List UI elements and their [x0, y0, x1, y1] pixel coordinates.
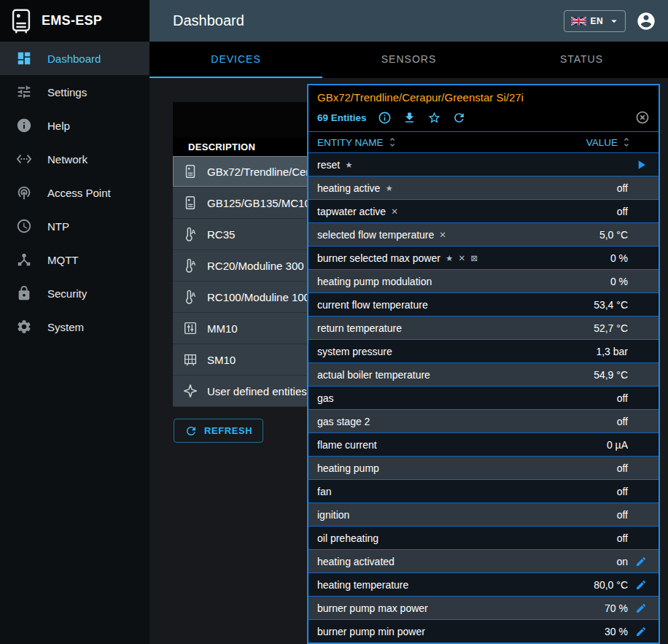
sidebar-item-access-point[interactable]: Access Point	[0, 176, 149, 209]
edit-icon[interactable]	[635, 602, 647, 614]
sidebar-item-settings[interactable]: Settings	[0, 75, 149, 109]
sidebar-item-ntp[interactable]: NTP	[0, 209, 149, 243]
entity-action-slot	[628, 556, 654, 567]
refresh-button[interactable]: REFRESH	[174, 419, 263, 443]
entity-row: tapwater active ✕ off	[308, 200, 659, 223]
tab-devices[interactable]: DEVICES	[149, 42, 322, 78]
entity-row: return temperature 52,7 °C	[308, 317, 659, 340]
entity-name: gas stage 2	[317, 416, 370, 427]
sidebar-item-system[interactable]: System	[0, 310, 149, 344]
entity-value: 54,9 °C	[594, 369, 628, 381]
entity-row: fan off	[308, 480, 659, 503]
boiler-logo-icon	[10, 9, 32, 34]
download-icon[interactable]	[403, 111, 416, 125]
entity-name: burner pump max power	[317, 602, 428, 614]
close-icon[interactable]	[635, 110, 650, 125]
entity-name: burner pump min power	[317, 626, 425, 637]
sort-value[interactable]: VALUE	[586, 136, 632, 148]
sort-icon	[387, 136, 398, 148]
entity-row-editable[interactable]: burner pump min power 30 %	[308, 620, 659, 643]
entity-value: 52,7 °C	[594, 322, 628, 334]
entity-row-editable[interactable]: heating temperature 80,0 °C	[308, 573, 659, 597]
sidebar-item-security[interactable]: Security	[0, 276, 149, 310]
sort-entity-name[interactable]: ENTITY NAME	[317, 136, 398, 148]
language-selector[interactable]: EN	[564, 10, 626, 32]
entity-name: burner selected max power	[317, 252, 440, 264]
account-button[interactable]	[636, 11, 656, 31]
value-column-label: VALUE	[586, 137, 618, 148]
entity-row: flame current 0 µA	[308, 433, 659, 457]
tune-icon	[16, 84, 32, 100]
entities-count: 69 Entities	[317, 112, 367, 123]
sidebar-item-network[interactable]: Network	[0, 142, 149, 176]
entity-action-slot	[628, 602, 654, 614]
app-window: EMS-ESP Dashboard Settings Help Network …	[0, 0, 668, 644]
entity-row: selected flow temperature ✕ 5,0 °C	[308, 223, 659, 247]
sidebar-item-label: System	[47, 321, 84, 333]
mixer-icon	[182, 320, 198, 336]
tab-sensors[interactable]: SENSORS	[322, 42, 495, 78]
gear-icon	[16, 319, 32, 335]
entity-action-slot	[628, 158, 654, 172]
entity-value: 0 %	[610, 252, 628, 264]
entity-row: system pressure 1,3 bar	[308, 340, 659, 363]
info-outline-icon[interactable]	[378, 111, 392, 125]
device-name: GBx72/Trendline/Cera	[207, 166, 316, 178]
clock-icon	[16, 218, 32, 234]
entity-flags: ✕	[439, 230, 448, 240]
refresh-icon[interactable]	[452, 111, 466, 125]
device-name: GB125/GB135/MC10	[207, 197, 311, 209]
entity-name: heating pump	[317, 462, 379, 474]
entity-flags: ★	[345, 160, 354, 170]
entity-name: heating active	[317, 182, 380, 194]
page-title: Dashboard	[173, 12, 244, 29]
sidebar-item-label: Settings	[47, 86, 87, 98]
ethernet-icon	[16, 151, 32, 167]
tab-label: STATUS	[560, 53, 603, 65]
app-logo-row: EMS-ESP	[0, 0, 149, 42]
entity-value: off	[617, 462, 628, 474]
sidebar-item-label: MQTT	[47, 254, 79, 266]
dialog-header: GBx72/Trendline/Cerapur/Greenstar Si/27i…	[308, 85, 659, 128]
edit-icon[interactable]	[635, 626, 647, 637]
edit-icon[interactable]	[635, 579, 647, 591]
language-label: EN	[591, 16, 603, 26]
entity-value: off	[617, 486, 628, 497]
top-bar: Dashboard EN	[149, 0, 668, 42]
uk-flag-icon	[571, 17, 586, 26]
entity-value: off	[617, 206, 628, 217]
entity-row-editable[interactable]: heating activated on	[308, 550, 659, 573]
star-outline-icon[interactable]	[427, 111, 441, 125]
entity-table-header: ENTITY NAME VALUE	[308, 131, 659, 153]
svg-text:A: A	[191, 291, 196, 298]
run-command-icon[interactable]	[634, 158, 648, 172]
device-name: RC20/Moduline 300	[207, 260, 304, 272]
dialog-toolbar: 69 Entities	[317, 107, 650, 128]
sidebar-item-help[interactable]: Help	[0, 109, 149, 142]
entity-flags: ★ ✕ ⊠	[446, 253, 479, 263]
entity-name: return temperature	[317, 322, 402, 334]
sidebar-item-label: Security	[47, 287, 87, 300]
sidebar-item-dashboard[interactable]: Dashboard	[0, 42, 149, 75]
entity-row-editable[interactable]: burner pump max power 70 %	[308, 597, 659, 620]
entity-value: off	[617, 182, 628, 194]
entity-name-column-label: ENTITY NAME	[317, 137, 384, 148]
thermostat-icon: A	[182, 289, 198, 305]
entity-name: oil preheating	[317, 532, 378, 544]
tab-label: SENSORS	[381, 53, 436, 65]
info-icon	[16, 117, 32, 133]
entity-name: current flow temperature	[317, 299, 428, 311]
tab-status[interactable]: STATUS	[495, 42, 668, 78]
edit-icon[interactable]	[635, 556, 647, 567]
entity-row-reset[interactable]: reset ★	[308, 153, 659, 176]
entity-row: heating pump off	[308, 457, 659, 480]
svg-text:A: A	[191, 260, 196, 267]
sidebar-item-mqtt[interactable]: MQTT	[0, 243, 149, 276]
refresh-button-label: REFRESH	[204, 425, 252, 436]
entity-name: tapwater active	[317, 206, 386, 217]
lock-icon	[16, 285, 32, 301]
entity-value: off	[617, 532, 628, 544]
entity-table-body: reset ★ heating active ★ off tapwater ac…	[308, 153, 659, 643]
sidebar-item-label: Dashboard	[47, 53, 101, 65]
account-circle-icon	[636, 11, 656, 31]
